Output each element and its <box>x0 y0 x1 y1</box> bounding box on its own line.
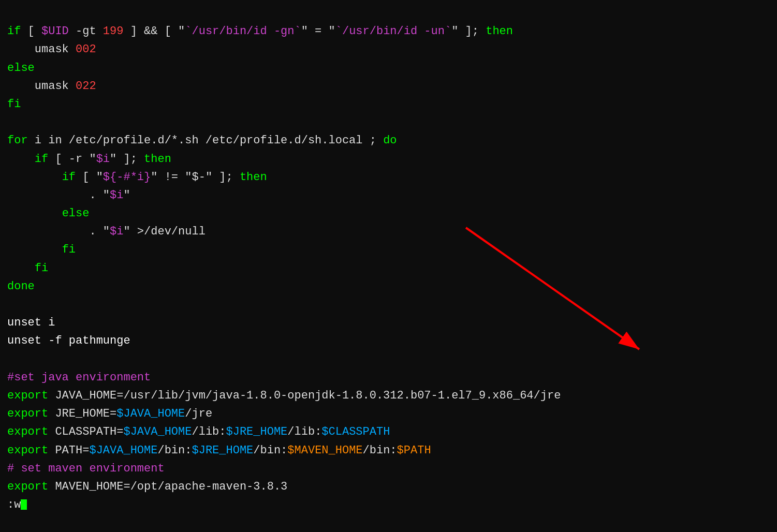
comment-java-env: #set java environment <box>7 371 151 384</box>
var-uid: $UID <box>41 25 69 38</box>
num-022: 022 <box>76 80 96 93</box>
keyword-do: do <box>383 134 397 147</box>
keyword-then-2: then <box>144 153 171 166</box>
keyword-if-3: if <box>62 171 76 184</box>
var-jre-home-1: $JRE_HOME <box>226 425 288 438</box>
num-199: 199 <box>103 25 124 38</box>
var-classpath: $CLASSPATH <box>321 425 390 438</box>
keyword-then-3: then <box>240 171 267 184</box>
num-002: 002 <box>76 43 96 56</box>
var-usr-bin-id-un: `/usr/bin/id -un` <box>335 25 451 38</box>
keyword-else-1: else <box>7 62 35 75</box>
var-java-home-2: $JAVA_HOME <box>123 425 192 438</box>
keyword-then-1: then <box>486 25 513 38</box>
comment-maven-env: # set maven environment <box>7 462 165 475</box>
var-maven-home-1: $MAVEN_HOME <box>287 444 362 457</box>
var-jre-home-2: $JRE_HOME <box>192 444 253 457</box>
var-i-1: $i <box>96 153 110 166</box>
keyword-fi-2: fi <box>62 243 76 256</box>
export-keyword-5: export <box>7 480 48 493</box>
cursor <box>21 499 27 510</box>
cmd-unset-f: unset -f pathmunge <box>7 334 130 347</box>
keyword-if-2: if <box>35 153 48 166</box>
var-usr-bin-id-gn: `/usr/bin/id -gn` <box>185 25 301 38</box>
keyword-fi-3: fi <box>35 262 48 275</box>
keyword-else-2: else <box>62 207 90 220</box>
export-keyword-3: export <box>7 425 48 438</box>
keyword-for: for <box>7 134 28 147</box>
var-i-2: $i <box>110 189 123 202</box>
keyword-if: if <box>7 25 21 38</box>
var-java-home-1: $JAVA_HOME <box>116 407 185 420</box>
var-hash-i: ${-#*i} <box>103 171 151 184</box>
export-keyword-4: export <box>7 444 48 457</box>
keyword-done: done <box>7 280 35 293</box>
export-keyword-1: export <box>7 389 48 402</box>
var-path: $PATH <box>397 444 431 457</box>
cmd-unset-i: unset i <box>7 316 55 329</box>
var-i-3: $i <box>110 225 123 238</box>
var-java-home-3: $JAVA_HOME <box>89 444 157 457</box>
export-keyword-2: export <box>7 407 48 420</box>
keyword-fi-1: fi <box>7 98 21 111</box>
code-display: if [ $UID -gt 199 ] && [ "`/usr/bin/id -… <box>7 4 770 514</box>
